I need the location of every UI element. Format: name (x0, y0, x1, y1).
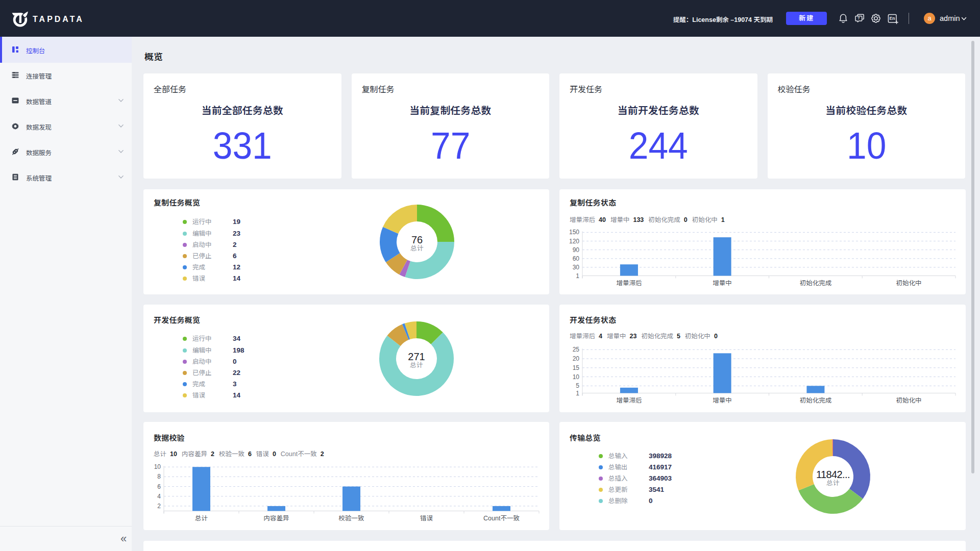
svg-text:增量滞后: 增量滞后 (616, 280, 642, 287)
svg-text:增量中: 增量中 (713, 397, 732, 404)
svg-text:1: 1 (576, 390, 579, 397)
svg-text:初始化完成: 初始化完成 (800, 397, 832, 404)
svg-text:90: 90 (573, 246, 580, 254)
svg-text:25: 25 (573, 346, 580, 353)
svg-text:150: 150 (569, 229, 579, 236)
svg-text:15: 15 (573, 364, 580, 371)
svg-text:60: 60 (573, 255, 580, 262)
svg-text:30: 30 (573, 264, 580, 271)
svg-text:内容差异: 内容差异 (263, 515, 289, 522)
svg-text:增量中: 增量中 (713, 280, 732, 287)
svg-text:增量滞后: 增量滞后 (616, 397, 642, 404)
svg-text:2: 2 (157, 503, 161, 510)
svg-text:20: 20 (573, 355, 580, 362)
svg-text:En: En (890, 16, 895, 21)
svg-text:总计: 总计 (195, 515, 208, 522)
svg-text:10: 10 (154, 463, 161, 470)
svg-text:6: 6 (157, 483, 161, 490)
svg-text:120: 120 (569, 238, 579, 245)
svg-text:初始化中: 初始化中 (896, 280, 922, 287)
svg-text:初始化中: 初始化中 (896, 397, 922, 404)
svg-text:5: 5 (576, 382, 579, 389)
svg-text:错误: 错误 (420, 515, 433, 522)
svg-text:校验一致: 校验一致 (338, 515, 364, 522)
svg-text:4: 4 (157, 493, 161, 500)
svg-text:1: 1 (576, 272, 579, 280)
svg-text:Count不一致: Count不一致 (483, 515, 520, 522)
svg-text:8: 8 (157, 473, 161, 480)
svg-text:10: 10 (573, 373, 580, 381)
svg-text:?: ? (857, 16, 860, 20)
svg-text:初始化完成: 初始化完成 (800, 280, 832, 287)
